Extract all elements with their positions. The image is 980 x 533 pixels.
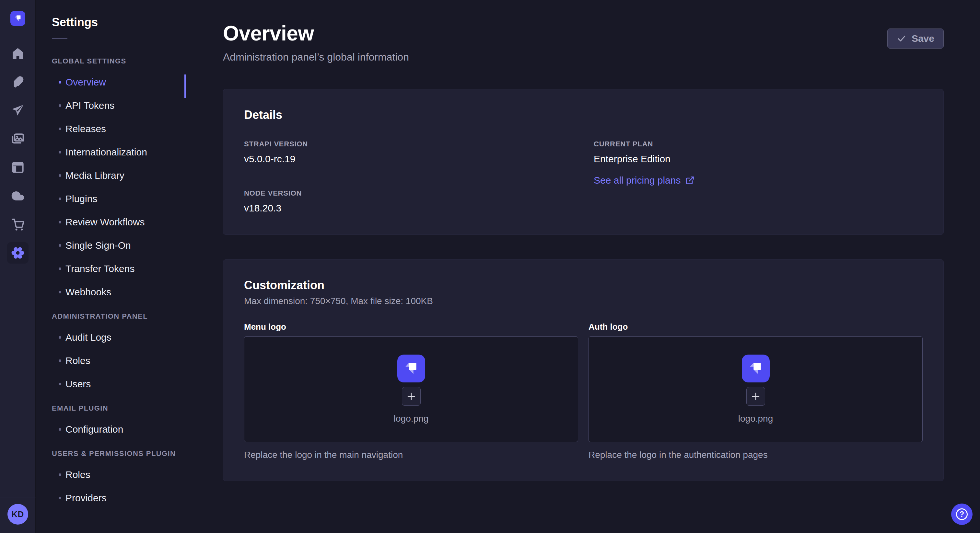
subnav-item-media-library[interactable]: Media Library <box>36 164 186 187</box>
strapi-version-label: STRAPI VERSION <box>244 140 573 148</box>
menu-logo-add-button[interactable] <box>402 387 421 406</box>
bullet-icon <box>59 81 61 84</box>
bullet-icon <box>59 221 61 224</box>
shopping-cart-icon <box>11 217 25 231</box>
auth-logo-add-button[interactable] <box>746 387 765 406</box>
subnav-item-email-configuration[interactable]: Configuration <box>36 418 186 441</box>
page-title: Overview <box>223 21 409 45</box>
node-version-value: v18.20.3 <box>244 203 573 214</box>
customization-card-title: Customization <box>244 279 923 292</box>
subnav-item-review-workflows[interactable]: Review Workflows <box>36 211 186 234</box>
check-icon <box>897 34 907 43</box>
subnav-item-admin-users[interactable]: Users <box>36 373 186 396</box>
question-mark-icon: ? <box>956 508 968 520</box>
subnav-item-admin-roles[interactable]: Roles <box>36 349 186 373</box>
subnav-item-up-roles[interactable]: Roles <box>36 463 186 486</box>
subnav-title: Settings <box>52 16 186 29</box>
bullet-icon <box>59 151 61 154</box>
cloud-icon <box>11 189 25 203</box>
menu-logo-field: Menu logo logo.png <box>244 322 578 460</box>
save-button[interactable]: Save <box>887 29 944 49</box>
menu-logo-label: Menu logo <box>244 322 578 332</box>
subnav-item-overview[interactable]: Overview <box>36 71 186 94</box>
bullet-icon <box>59 244 61 247</box>
subnav-item-webhooks[interactable]: Webhooks <box>36 281 186 304</box>
current-plan-label: CURRENT PLAN <box>594 140 923 148</box>
node-version-field: NODE VERSION v18.20.3 <box>244 189 573 214</box>
subnav-section-global-settings: GLOBAL SETTINGS <box>36 49 186 71</box>
plus-icon <box>751 392 760 401</box>
bullet-icon <box>59 497 61 499</box>
external-link-icon <box>686 176 695 185</box>
menu-logo-dropzone[interactable]: logo.png <box>244 336 578 442</box>
feather-icon <box>11 75 25 89</box>
cloud-nav-button[interactable] <box>0 182 36 210</box>
bullet-icon <box>59 198 61 200</box>
active-item-indicator <box>185 75 186 98</box>
bullet-icon <box>59 268 61 270</box>
pricing-plans-link[interactable]: See all pricing plans <box>594 175 695 186</box>
layout-icon <box>11 160 25 174</box>
content-manager-nav-button[interactable] <box>0 153 36 182</box>
auth-logo-filename: logo.png <box>738 414 773 424</box>
customization-card: Customization Max dimension: 750×750, Ma… <box>223 259 944 481</box>
subnav-item-api-tokens[interactable]: API Tokens <box>36 94 186 117</box>
subnav-title-divider <box>52 38 67 39</box>
content-builder-nav-button[interactable] <box>0 68 36 96</box>
user-avatar[interactable]: KD <box>8 504 28 525</box>
details-grid: STRAPI VERSION v5.0.0-rc.19 NODE VERSION… <box>244 140 923 214</box>
bullet-icon <box>59 359 61 362</box>
auth-logo-preview <box>742 355 770 382</box>
settings-active-tile <box>7 242 29 263</box>
deploy-nav-button[interactable] <box>0 96 36 125</box>
media-library-nav-button[interactable] <box>0 125 36 153</box>
page-title-block: Overview Administration panel’s global i… <box>223 21 409 63</box>
home-icon <box>11 47 25 60</box>
marketplace-nav-button[interactable] <box>0 210 36 239</box>
menu-logo-preview <box>397 355 425 382</box>
bullet-icon <box>59 174 61 177</box>
strapi-version-value: v5.0.0-rc.19 <box>244 154 573 165</box>
subnav-list: GLOBAL SETTINGS Overview API Tokens Rele… <box>36 49 186 510</box>
subnav-section-users-permissions-plugin: USERS & PERMISSIONS PLUGIN <box>36 441 186 463</box>
bullet-icon <box>59 336 61 339</box>
subnav-item-releases[interactable]: Releases <box>36 117 186 141</box>
current-plan-field: CURRENT PLAN Enterprise Edition <box>594 140 923 165</box>
strapi-mark-icon <box>402 359 420 378</box>
settings-nav-button[interactable] <box>0 239 36 267</box>
logo-uploads-row: Menu logo logo.png <box>244 322 923 460</box>
page-header: Overview Administration panel’s global i… <box>223 21 944 63</box>
details-card-title: Details <box>244 108 923 122</box>
subnav-section-administration-panel: ADMINISTRATION PANEL <box>36 304 186 326</box>
help-button[interactable]: ? <box>951 503 972 525</box>
auth-logo-hint: Replace the logo in the authentication p… <box>589 450 923 460</box>
bullet-icon <box>59 428 61 431</box>
main-nav-rail: KD <box>0 0 36 533</box>
details-right-column: CURRENT PLAN Enterprise Edition See all … <box>594 140 923 214</box>
settings-subnav: Settings GLOBAL SETTINGS Overview API To… <box>36 0 186 533</box>
subnav-item-transfer-tokens[interactable]: Transfer Tokens <box>36 257 186 281</box>
customization-subtitle: Max dimension: 750×750, Max file size: 1… <box>244 296 923 306</box>
strapi-version-field: STRAPI VERSION v5.0.0-rc.19 <box>244 140 573 165</box>
subnav-item-audit-logs[interactable]: Audit Logs <box>36 326 186 349</box>
subnav-item-single-sign-on[interactable]: Single Sign-On <box>36 234 186 257</box>
strapi-logo[interactable] <box>10 11 25 26</box>
bullet-icon <box>59 473 61 476</box>
bullet-icon <box>59 291 61 293</box>
details-left-column: STRAPI VERSION v5.0.0-rc.19 NODE VERSION… <box>244 140 573 214</box>
strapi-mark-icon <box>13 14 23 23</box>
rail-bottom-divider <box>0 497 36 497</box>
subnav-item-internationalization[interactable]: Internationalization <box>36 141 186 164</box>
details-card: Details STRAPI VERSION v5.0.0-rc.19 NODE… <box>223 89 944 235</box>
menu-logo-filename: logo.png <box>394 414 428 424</box>
bullet-icon <box>59 383 61 385</box>
main-content: Overview Administration panel’s global i… <box>187 0 980 533</box>
subnav-item-plugins[interactable]: Plugins <box>36 187 186 211</box>
auth-logo-field: Auth logo logo.png <box>589 322 923 460</box>
auth-logo-label: Auth logo <box>589 322 923 332</box>
page-subtitle: Administration panel’s global informatio… <box>223 51 409 63</box>
auth-logo-dropzone[interactable]: logo.png <box>589 336 923 442</box>
plus-icon <box>406 392 416 401</box>
subnav-item-up-providers[interactable]: Providers <box>36 486 186 510</box>
home-nav-button[interactable] <box>0 39 36 68</box>
